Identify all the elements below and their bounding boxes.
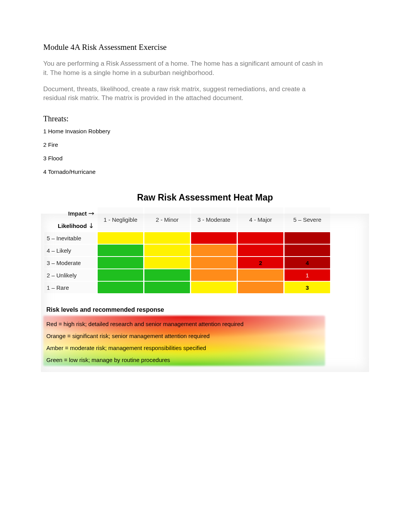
threat-item: 3 Flood	[43, 155, 367, 161]
heatmap-cell	[144, 269, 190, 281]
heatmap-cell	[98, 282, 143, 293]
heatmap-row: 1 – Rare 3	[44, 282, 330, 293]
heatmap-cell	[144, 282, 190, 293]
threat-item: 2 Fire	[43, 141, 367, 148]
impact-col-header: 3 - Moderate	[191, 207, 237, 231]
heatmap-cell	[238, 245, 283, 256]
heatmap-cell	[98, 257, 143, 269]
heatmap-cell: 3	[285, 282, 330, 293]
heatmap-cell: 2	[238, 257, 283, 269]
heatmap-cell	[144, 257, 190, 269]
axis-impact-label: Impact 🡒	[44, 207, 97, 219]
likelihood-row-header: 4 – Likely	[44, 245, 97, 256]
likelihood-row-header: 2 – Unlikely	[44, 269, 97, 281]
heatmap-cell	[285, 245, 330, 256]
heatmap-row: 5 – Inevitable	[44, 232, 330, 244]
legend-line-red: Red = high risk; detailed research and s…	[46, 318, 323, 330]
intro-paragraph-1: You are performing a Risk Assessment of …	[43, 59, 329, 78]
heatmap-cell	[191, 245, 237, 256]
heatmap-table: Impact 🡒 1 - Negligible 2 - Minor 3 - Mo…	[43, 207, 331, 294]
heatmap-cell	[238, 282, 283, 293]
page-title: Module 4A Risk Assessment Exercise	[43, 42, 367, 52]
axis-likelihood-label: Likelihood 🡓	[44, 220, 97, 231]
legend-line-amber: Amber = moderate risk; management respon…	[46, 342, 323, 354]
heatmap-cell	[191, 282, 237, 293]
heatmap-container: Raw Risk Assessment Heat Map Impact 🡒 1 …	[43, 192, 367, 370]
heatmap-cell	[144, 245, 190, 256]
heatmap-cell	[238, 232, 283, 244]
threats-heading: Threats:	[43, 114, 367, 123]
heatmap-cell	[191, 257, 237, 269]
threat-item: 1 Home Invasion Robbery	[43, 128, 367, 134]
heatmap-row: 2 – Unlikely 1	[44, 269, 330, 281]
heatmap-cell	[98, 232, 143, 244]
impact-col-header: 1 - Negligible	[98, 207, 143, 231]
heatmap-cell: 4	[285, 257, 330, 269]
legend-container: Red = high risk; detailed research and s…	[43, 316, 325, 366]
legend-line-orange: Orange = significant risk; senior manage…	[46, 330, 323, 342]
impact-col-header: 5 – Severe	[285, 207, 330, 231]
heatmap-cell	[144, 232, 190, 244]
heatmap-row: 4 – Likely	[44, 245, 330, 256]
impact-col-header: 2 - Minor	[144, 207, 190, 231]
legend-title: Risk levels and recommended response	[46, 306, 367, 313]
heatmap-cell	[191, 232, 237, 244]
heatmap-cell	[98, 269, 143, 281]
threat-item: 4 Tornado/Hurricane	[43, 168, 367, 175]
heatmap-cell	[238, 269, 283, 281]
heatmap-cell	[98, 245, 143, 256]
legend-line-green: Green = low risk; manage by routine proc…	[46, 354, 323, 366]
heatmap-cell: 1	[285, 269, 330, 281]
impact-col-header: 4 - Major	[238, 207, 283, 231]
intro-paragraph-2: Document, threats, likelihood, create a …	[43, 85, 329, 103]
likelihood-row-header: 3 – Moderate	[44, 257, 97, 269]
heatmap-cell	[191, 269, 237, 281]
likelihood-row-header: 1 – Rare	[44, 282, 97, 293]
heatmap-row: 3 – Moderate 2 4	[44, 257, 330, 269]
heatmap-cell	[285, 232, 330, 244]
heatmap-title: Raw Risk Assessment Heat Map	[43, 192, 367, 203]
likelihood-row-header: 5 – Inevitable	[44, 232, 97, 244]
